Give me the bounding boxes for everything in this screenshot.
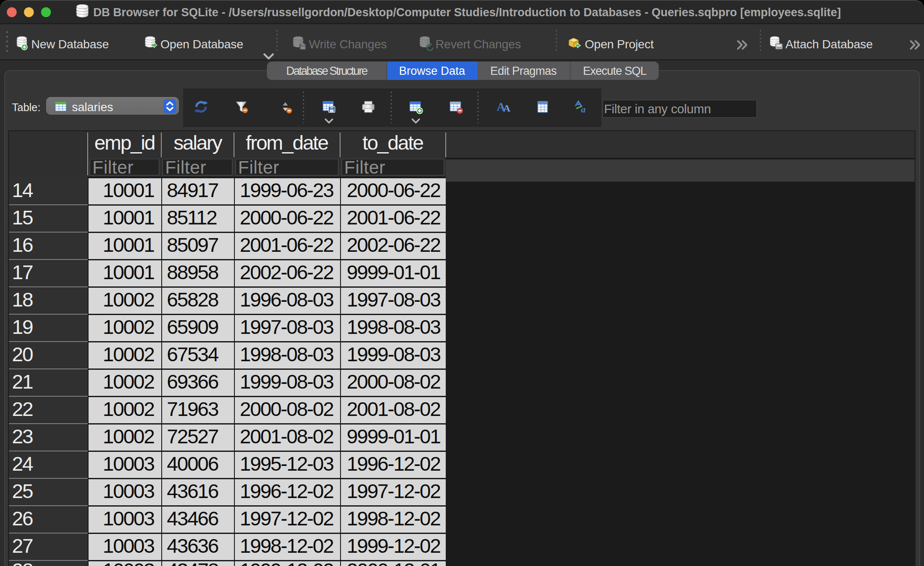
svg-text:A: A [503,103,511,114]
svg-text:a: a [581,104,586,115]
